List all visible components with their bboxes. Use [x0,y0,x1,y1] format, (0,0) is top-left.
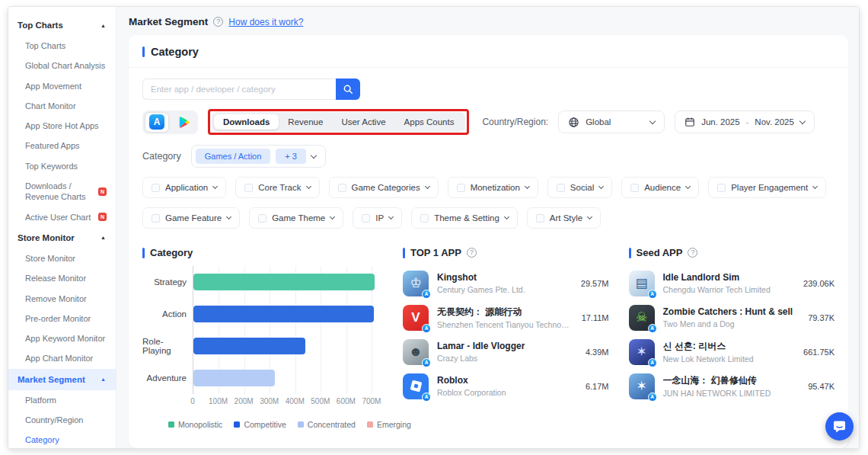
filter-checkbox[interactable] [630,184,639,192]
filter-checkbox[interactable] [557,184,565,192]
chevron-down-icon [330,214,335,219]
sidebar-item-category[interactable]: Category [8,430,116,448]
filter-core-track[interactable]: Core Track [235,177,319,198]
app-metric-value: 6.17M [586,382,609,391]
sidebar-item-label: App Store Hot Apps [25,120,107,131]
filter-label: Theme & Setting [434,213,499,223]
filter-checkbox[interactable] [152,184,160,192]
platform-google-play[interactable] [172,113,195,132]
filter-checkbox[interactable] [152,214,160,223]
chart-x-tick: 400M [286,397,305,405]
filter-checkbox[interactable] [258,214,266,223]
sidebar-section-top-charts[interactable]: Top Charts▲ [8,14,116,36]
app-icon: ▤A [629,271,655,296]
help-icon[interactable]: ? [467,248,477,258]
sidebar-section-store-monitor[interactable]: Store Monitor▲ [8,227,116,248]
chevron-down-icon [425,184,430,189]
app-metric-value: 239.06K [803,279,834,288]
sidebar-item-app-chart-monitor[interactable]: App Chart Monitor [8,348,116,368]
sidebar-item-top-keywords[interactable]: Top Keywords [8,156,116,176]
sidebar-item-country-region[interactable]: Country/Region [8,410,116,430]
chart-bar-strategy[interactable] [193,274,375,290]
search-button[interactable] [336,79,360,100]
sidebar-item-top-charts[interactable]: Top Charts [8,36,116,56]
help-icon[interactable]: ? [213,17,223,27]
sidebar-item-remove-monitor[interactable]: Remove Monitor [8,289,116,309]
sidebar-section-market-segment[interactable]: Market Segment▲ [8,369,116,390]
sidebar-item-chart-monitor[interactable]: Chart Monitor [8,96,116,116]
metric-tab-revenue[interactable]: Revenue [279,114,332,130]
country-select[interactable]: Global [558,111,665,133]
platform-toggle: A [142,111,198,134]
sidebar-item-app-movement[interactable]: App Movement [8,76,116,96]
sidebar-item-global-chart-analysis[interactable]: Global Chart Analysis [8,56,116,75]
filter-checkbox[interactable] [362,214,370,223]
filter-checkbox[interactable] [536,214,544,223]
filter-monetization[interactable]: Monetization [448,177,538,198]
app-list-item[interactable]: ☠AZombie Catchers : Hunt & sellTwo Men a… [629,300,835,335]
metric-tab-user-active[interactable]: User Active [332,114,394,130]
platform-app-store[interactable]: A [145,113,168,132]
filter-checkbox[interactable] [338,184,346,192]
sidebar-item-featured-apps[interactable]: Featured Apps [8,136,116,155]
collapse-caret-icon[interactable]: ▲ [101,235,106,240]
sidebar-item-platform[interactable]: Platform [8,390,116,410]
chart-bar-adventure[interactable] [193,370,275,386]
category-filter-select[interactable]: Games / Action+ 3 [191,145,326,168]
filter-ip[interactable]: IP [353,207,402,229]
app-list-item[interactable]: ♔AKingshotCentury Games Pte. Ltd.29.57M [403,266,609,300]
filter-social[interactable]: Social [547,177,612,198]
filter-player-engagement[interactable]: Player Engagement [708,177,826,198]
filter-label: Game Categories [352,183,420,192]
filter-audience[interactable]: Audience [621,177,699,198]
sidebar-item-label: Category [25,434,107,445]
app-list-item[interactable]: ✶A一念山海： 幻兽修仙传JUN HAI NETWORK LIMITED95.4… [629,369,835,403]
chart-bar-role-playing[interactable] [193,338,305,354]
app-info: Idle Landlord SimChengdu Warrior Tech Li… [663,272,793,294]
app-name: 一念山海： 幻兽修仙传 [663,374,797,387]
app-store-badge-icon: A [648,324,657,333]
sidebar-item-app-store-hot-apps[interactable]: App Store Hot Apps [8,116,116,136]
app-info: 一念山海： 幻兽修仙传JUN HAI NETWORK LIMITED [663,374,797,399]
title-accent-bar [629,248,631,258]
sidebar-item-label: Global Chart Analysis [25,60,107,71]
metric-tab-apps-counts[interactable]: Apps Counts [395,114,464,130]
top1-app-column: TOP 1 APP ? ♔AKingshotCentury Games Pte.… [403,241,609,448]
filter-application[interactable]: Application [142,177,226,198]
sidebar-item-store-monitor[interactable]: Store Monitor [8,248,116,268]
sidebar-item-downloads-revenue-charts[interactable]: Downloads / Revenue ChartsN [8,176,116,207]
help-icon[interactable]: ? [688,248,697,258]
sidebar-item-release-monitor[interactable]: Release Monitor [8,268,116,288]
app-list-item[interactable]: ✶A신 선혼: 리버스New Lok Network Limited661.75… [629,335,835,369]
filter-art-style[interactable]: Art Style [527,207,601,229]
collapse-caret-icon[interactable]: ▲ [101,23,106,28]
filter-game-categories[interactable]: Game Categories [329,177,439,198]
seed-section-title: Seed APP [637,247,683,258]
sidebar-item-active-user-chart[interactable]: Active User ChartN [8,207,116,227]
chart-category-labels: StrategyActionRole-PlayingAdventure [142,266,193,394]
metric-tab-downloads[interactable]: Downloads [214,114,279,130]
chart-bar-action[interactable] [193,306,374,322]
sidebar-item-app-keyword-monitor[interactable]: App Keyword Monitor [8,328,116,348]
search-input[interactable] [142,79,336,100]
filter-checkbox[interactable] [244,184,253,192]
country-value: Global [586,117,644,127]
filter-game-theme[interactable]: Game Theme [249,207,343,229]
how-it-works-link[interactable]: How does it work? [228,17,303,27]
app-list-item[interactable]: ARobloxRoblox Corporation6.17M [403,369,609,403]
chat-button[interactable] [825,412,854,441]
app-list-item[interactable]: ☻ALamar - Idle VloggerCrazy Labs4.39M [403,335,609,369]
filter-checkbox[interactable] [420,214,429,223]
date-end: Nov. 2025 [755,117,794,127]
app-list-item[interactable]: VA无畏契约： 源能行动Shenzhen Tencent Tianyou Tec… [403,300,609,335]
app-list-item[interactable]: ▤AIdle Landlord SimChengdu Warrior Tech … [629,266,835,300]
sidebar-item-pre-order-monitor[interactable]: Pre-order Monitor [8,309,116,328]
app-icon: ☻A [403,339,429,365]
filter-game-feature[interactable]: Game Feature [142,207,240,229]
filter-checkbox[interactable] [717,184,726,192]
filter-checkbox[interactable] [457,184,465,192]
date-range-select[interactable]: Jun. 2025 - Nov. 2025 [675,111,815,133]
chart-legend: MonopolisticCompetitiveConcentratedEmerg… [168,420,383,429]
filter-theme-setting[interactable]: Theme & Setting [411,207,518,229]
collapse-caret-icon[interactable]: ▲ [101,376,106,382]
